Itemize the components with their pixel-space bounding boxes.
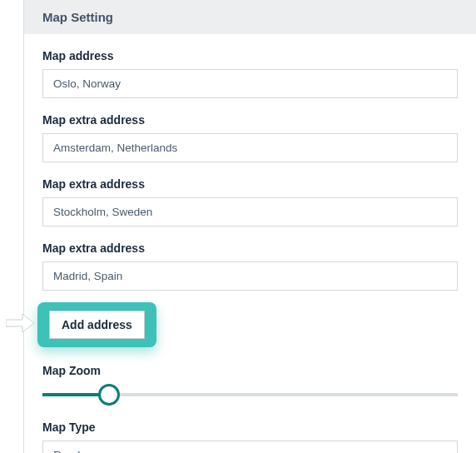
section-body: Map address Map extra address Map extra …	[24, 34, 476, 453]
label-map-address: Map address	[42, 49, 458, 62]
field-extra-address-1: Map extra address	[42, 113, 458, 162]
add-address-button[interactable]: Add address	[49, 311, 145, 339]
field-extra-address-2: Map extra address	[42, 177, 458, 226]
input-extra-address-2[interactable]	[42, 197, 458, 226]
label-map-zoom: Map Zoom	[42, 364, 458, 377]
input-extra-address-1[interactable]	[42, 133, 458, 162]
input-extra-address-3[interactable]	[42, 261, 458, 291]
slider-thumb[interactable]	[98, 384, 120, 406]
select-map-type[interactable]	[42, 441, 458, 453]
field-extra-address-3: Map extra address	[42, 241, 458, 291]
field-map-type: Map Type	[42, 421, 458, 453]
label-extra-address-3: Map extra address	[42, 241, 458, 255]
label-map-type: Map Type	[42, 421, 458, 434]
add-address-highlight: Add address	[37, 302, 156, 347]
field-map-address: Map address	[42, 49, 458, 98]
map-settings-panel: Map Setting Map address Map extra addres…	[23, 0, 476, 453]
label-extra-address-2: Map extra address	[42, 177, 458, 191]
map-zoom-slider[interactable]	[42, 384, 458, 406]
label-extra-address-1: Map extra address	[42, 113, 458, 127]
arrow-right-icon	[6, 314, 34, 336]
input-map-address[interactable]	[42, 69, 458, 98]
section-header: Map Setting	[24, 0, 476, 34]
field-map-zoom: Map Zoom	[42, 364, 458, 406]
